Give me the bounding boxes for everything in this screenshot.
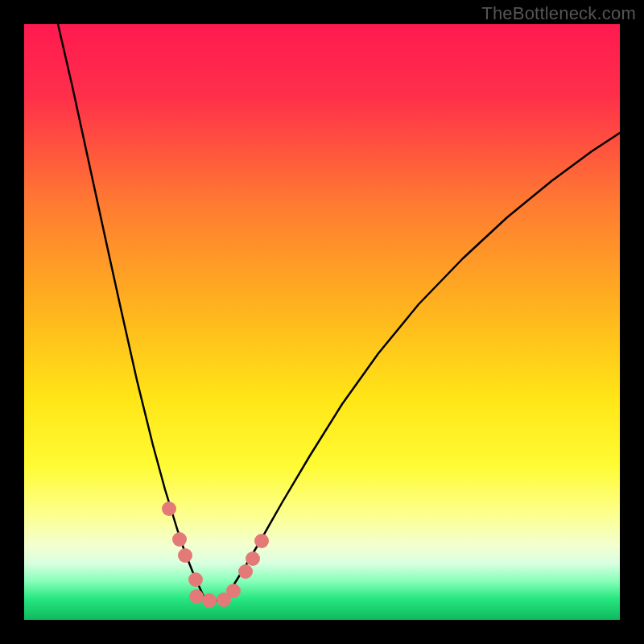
plot-area bbox=[24, 24, 620, 620]
marker-dot bbox=[188, 572, 203, 587]
marker-dot bbox=[254, 534, 269, 548]
marker-dot bbox=[202, 593, 217, 608]
marker-dot bbox=[162, 502, 176, 516]
watermark-text: TheBottleneck.com bbox=[481, 3, 636, 24]
chart-frame: TheBottleneck.com bbox=[0, 0, 644, 644]
curve-left-arm bbox=[58, 24, 204, 598]
marker-dot bbox=[178, 548, 192, 563]
marker-dot bbox=[238, 564, 253, 579]
marker-dot bbox=[189, 589, 204, 604]
curves-layer bbox=[24, 24, 620, 620]
marker-dot bbox=[246, 551, 260, 566]
curve-right-arm bbox=[225, 133, 620, 598]
marker-dot bbox=[172, 532, 187, 547]
marker-dot bbox=[226, 584, 241, 598]
